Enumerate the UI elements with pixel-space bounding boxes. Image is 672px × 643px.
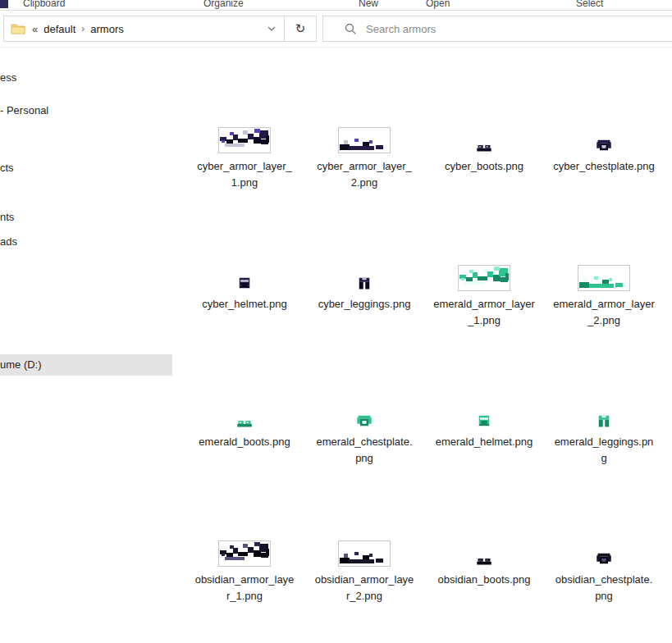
file-item[interactable]: cyber_chestplate.png [544,76,664,214]
ribbon-group-organize: Organize [203,0,244,9]
file-name: emerald_boots.png [199,434,290,450]
navigation-pane: ess - Personal cts nts ads ume (D:) [0,48,172,643]
file-icon-area [424,76,544,158]
breadcrumb-default[interactable]: default [43,23,75,35]
file-item[interactable]: cyber_armor_layer_2.png [304,76,424,214]
chevron-down-icon [267,26,276,31]
file-name: cyber_chestplate.png [553,158,655,175]
ribbon-group-select: Select [576,0,603,9]
address-toolbar: « default › armors ↻ Search armors [0,11,672,48]
search-icon [345,23,357,35]
file-sprite-icon [356,413,373,429]
file-name: emerald_armor_layer_2.png [553,296,655,329]
sidebar-item-volume-d[interactable]: ume (D:) [0,354,172,376]
file-sprite-icon [236,413,253,429]
file-item[interactable]: emerald_armor_layer_1.png [424,214,544,352]
file-thumbnail-icon [218,540,271,567]
file-item[interactable]: emerald_helmet.png [424,352,544,490]
file-grid: cyber_armor_layer_1.png cyber_armor_laye… [172,48,672,627]
sidebar-item-quick-access[interactable]: ess [0,69,172,87]
file-icon-area [544,76,664,158]
file-name: cyber_boots.png [445,158,523,175]
ribbon-group-open: Open [426,0,450,9]
file-sprite-icon [476,413,492,429]
file-item[interactable]: cyber_helmet.png [185,214,304,352]
breadcrumb-overflow-chevrons[interactable]: « [32,23,38,35]
file-name: cyber_armor_layer_1.png [194,158,295,191]
ribbon-group-clipboard: Clipboard [23,0,65,9]
window-accent-corner [0,0,8,8]
ribbon-group-new: New [359,0,378,9]
file-icon-area [185,352,304,434]
file-name: obsidian_boots.png [438,572,531,588]
file-icon-area [424,490,544,572]
folder-icon [11,23,25,34]
file-sprite-icon [236,275,253,291]
file-item[interactable]: obsidian_armor_layer_2.png [304,490,424,627]
file-name: cyber_helmet.png [202,296,286,312]
file-name: cyber_leggings.png [318,296,411,312]
address-dropdown-button[interactable] [259,16,284,41]
file-icon-area [544,352,664,434]
file-item[interactable]: obsidian_chestplate.png [544,490,664,627]
file-sprite-icon [596,137,612,153]
sidebar-item-documents[interactable]: nts [0,208,172,226]
file-icon-area [424,214,544,296]
file-thumbnail-icon [458,265,510,291]
file-thumbnail-icon [218,127,271,153]
file-icon-area [544,214,664,296]
file-name: emerald_armor_layer_1.png [433,296,535,329]
file-icon-area [544,490,664,572]
file-item[interactable]: emerald_armor_layer_2.png [544,214,664,352]
ribbon-groups-strip: Clipboard Organize New Open Select [0,0,672,11]
file-name: obsidian_chestplate.png [553,572,655,604]
search-box[interactable]: Search armors [322,16,672,42]
breadcrumb-armors[interactable]: armors [90,23,123,35]
file-thumbnail-icon [578,265,630,291]
file-icon-area [424,352,544,434]
file-item[interactable]: cyber_armor_layer_1.png [185,76,304,214]
file-name: emerald_leggings.png [553,434,655,467]
file-item[interactable]: obsidian_boots.png [424,490,544,627]
breadcrumb-separator-icon[interactable]: › [81,23,85,34]
file-name: cyber_armor_layer_2.png [313,158,415,191]
file-name: obsidian_armor_layer_1.png [194,572,295,604]
file-icon-area [185,76,304,158]
file-name: emerald_helmet.png [436,434,533,450]
file-name: emerald_chestplate.png [313,434,415,467]
file-item[interactable]: emerald_leggings.png [544,352,664,490]
file-sprite-icon [596,550,612,567]
file-icon-area [185,214,304,296]
file-name: obsidian_armor_layer_2.png [313,572,415,604]
file-icon-area [304,214,424,296]
file-item[interactable]: emerald_boots.png [185,352,304,490]
address-bar[interactable]: « default › armors ↻ [3,16,317,42]
search-input[interactable]: Search armors [366,23,436,35]
sidebar-item-onedrive-personal[interactable]: - Personal [0,102,172,120]
file-list-pane: cyber_armor_layer_1.png cyber_armor_laye… [172,48,672,643]
file-thumbnail-icon [338,540,391,567]
file-sprite-icon [476,137,492,153]
file-icon-area [304,76,424,158]
file-icon-area [185,490,304,572]
file-sprite-icon [596,413,612,429]
file-item[interactable]: cyber_leggings.png [304,214,424,352]
sidebar-item-objects[interactable]: cts [0,159,172,177]
refresh-button[interactable]: ↻ [285,16,316,41]
file-icon-area [304,490,424,572]
file-item[interactable]: cyber_boots.png [424,76,544,214]
file-icon-area [304,352,424,434]
sidebar-item-downloads[interactable]: ads [0,233,172,251]
file-sprite-icon [476,550,492,567]
explorer-content: ess - Personal cts nts ads ume (D:) cybe… [0,48,672,643]
file-sprite-icon [356,275,373,291]
file-thumbnail-icon [338,127,391,153]
file-item[interactable]: obsidian_armor_layer_1.png [185,490,304,627]
file-item[interactable]: emerald_chestplate.png [304,352,424,490]
